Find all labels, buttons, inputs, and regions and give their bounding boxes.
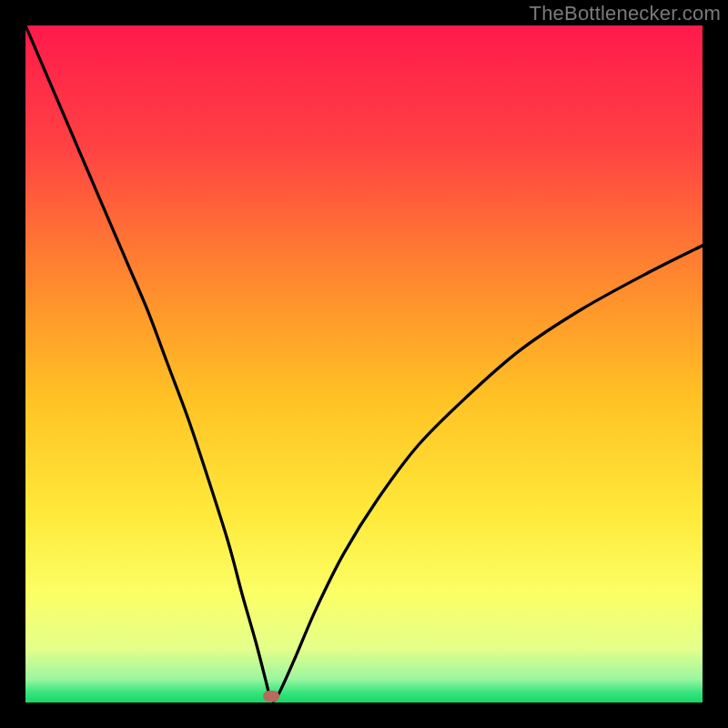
plot-area: [25, 25, 703, 703]
watermark-text: TheBottlenecker.com: [530, 2, 721, 25]
bottleneck-curve: [25, 25, 703, 703]
optimal-point-marker: [263, 691, 279, 702]
chart-frame: TheBottlenecker.com: [0, 0, 728, 728]
